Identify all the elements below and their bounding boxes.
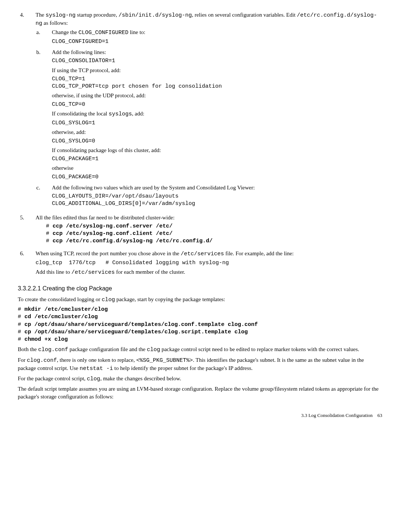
command: ccp /etc/rc.config.d/syslog-ng /etc/rc.c…: [53, 238, 213, 244]
code-inline: CLOG_CONFIGURED: [79, 30, 129, 36]
text: Add the following two values which are u…: [52, 184, 382, 191]
substep-c: c. Add the following two values which ar…: [36, 184, 382, 209]
code-inline: netstat -i: [80, 366, 113, 372]
code-block: CLOG_SYSLOG=1: [52, 119, 382, 127]
code-inline: /sbin/init.d/syslog-ng: [119, 12, 192, 18]
text: for each member of the cluster.: [115, 269, 185, 275]
code-block: CLOG_PACKAGE=0: [52, 174, 382, 181]
command: ccp /etc/syslog-ng.conf.client /etc/: [53, 230, 173, 237]
page-footer: 3.3 Log Consolidation Configuration 63: [18, 412, 382, 419]
step-number: 4.: [18, 11, 36, 211]
step-body: When using TCP, record the port number y…: [36, 250, 382, 277]
substeps: a. Change the CLOG_CONFIGURED line to: C…: [36, 28, 382, 209]
text: If using the TCP protocol, add:: [52, 67, 382, 74]
code-block: CLOG_PACKAGE=1: [52, 155, 382, 163]
text: line to:: [129, 29, 146, 35]
paragraph: For the package control script, clog, ma…: [18, 375, 382, 383]
code-inline: clog: [147, 347, 160, 353]
text: file. For example, add the line:: [224, 250, 294, 256]
text: If consolidating the local: [52, 111, 109, 117]
text: Add this line to: [36, 269, 71, 275]
code-inline: clog.conf: [38, 347, 68, 353]
text: To create the consolidated logging or: [18, 296, 101, 302]
text: Both the: [18, 346, 38, 352]
code-block: CLOG_CONFIGURED=1: [52, 38, 382, 46]
step-6: 6. When using TCP, record the port numbe…: [18, 250, 382, 277]
footer-section: 3.3 Log Consolidation Configuration: [301, 413, 373, 418]
substep-number: c.: [36, 184, 52, 209]
code-block: # mkdir /etc/cmcluster/clog # cd /etc/cm…: [18, 306, 382, 343]
substep-number: a.: [36, 28, 52, 47]
text: , relies on several configuration variab…: [192, 12, 297, 18]
step-4: 4. The syslog-ng startup procedure, /sbi…: [18, 11, 382, 211]
code-inline: clog: [101, 297, 115, 303]
text: , make the changes described below.: [100, 376, 181, 381]
text: For the package control script,: [18, 376, 87, 381]
paragraph: For clog.conf, there is only one token t…: [18, 356, 382, 373]
command: cd /etc/cmcluster/clog: [24, 314, 98, 320]
text: If consolidating the local syslogs, add:: [52, 110, 382, 118]
step-5: 5. All the files edited thus far need to…: [18, 214, 382, 247]
code-block: # ccp /etc/syslog-ng.conf.server /etc/ #…: [46, 223, 382, 245]
step-body: All the files edited thus far need to be…: [36, 214, 382, 247]
text: Add the following lines:: [52, 48, 382, 56]
paragraph: To create the consolidated logging or cl…: [18, 296, 382, 304]
command: ccp /etc/syslog-ng.conf.server /etc/: [53, 223, 173, 229]
text: otherwise, if using the UDP protocol, ad…: [52, 92, 382, 99]
code-inline: syslog-ng: [46, 12, 76, 18]
text: package, start by copying the package te…: [115, 296, 225, 302]
section-heading: 3.3.2.2.1 Creating the clog Package: [18, 284, 382, 293]
step-number: 5.: [18, 214, 36, 247]
text: package configuration file and the: [68, 346, 147, 352]
code-inline: clog.conf: [27, 357, 57, 364]
text: , there is only one token to replace,: [57, 357, 136, 363]
prompt: #: [18, 314, 24, 320]
page-number: 63: [377, 413, 382, 418]
substep-body: Add the following lines: CLOG_CONSOLIDAT…: [52, 48, 382, 182]
paragraph: The default script template assumes you …: [18, 385, 382, 400]
command: cp /opt/dsau/share/serviceguard/template…: [24, 321, 258, 328]
ordered-steps: 4. The syslog-ng startup procedure, /sbi…: [18, 11, 382, 276]
code-block: CLOG_CONSOLIDATOR=1: [52, 57, 382, 65]
substep-a: a. Change the CLOG_CONFIGURED line to: C…: [36, 28, 382, 47]
code-inline: /etc/services: [181, 251, 224, 257]
code-inline: <%SG_PKG_SUBNET%>: [136, 357, 193, 364]
text: Change the: [52, 29, 79, 35]
step-number: 6.: [18, 250, 36, 277]
command: mkdir /etc/cmcluster/clog: [24, 306, 108, 313]
code-block: CLOG_TCP=1 CLOG_TCP_PORT=tcp port chosen…: [52, 75, 382, 91]
text: startup procedure,: [76, 12, 119, 18]
code-inline: clog: [87, 376, 100, 382]
text: The: [36, 12, 46, 18]
code-block: CLOG_SYSLOG=0: [52, 138, 382, 145]
prompt: #: [46, 238, 53, 244]
text: package control script need to be edited…: [160, 346, 359, 352]
prompt: #: [18, 329, 24, 335]
code-block: CLOG_TCP=0: [52, 101, 382, 108]
text: When using TCP, record the port number y…: [36, 250, 181, 256]
text: otherwise: [52, 164, 382, 172]
text: as follows:: [42, 20, 68, 26]
substep-body: Add the following two values which are u…: [52, 184, 382, 209]
prompt: #: [18, 306, 24, 313]
command: cp /opt/dsau/share/serviceguard/template…: [24, 329, 248, 335]
prompt: #: [18, 336, 24, 343]
substep-b: b. Add the following lines: CLOG_CONSOLI…: [36, 48, 382, 182]
text: to help identify the proper subnet for t…: [113, 365, 253, 371]
text: If consolidating package logs of this cl…: [52, 147, 382, 154]
prompt: #: [46, 230, 53, 237]
code-inline: /etc/services: [71, 269, 115, 276]
code-block: clog_tcp 1776/tcp # Consolidated logging…: [36, 259, 382, 267]
text: otherwise, add:: [52, 128, 382, 136]
code-block: CLOG_LAYOUTS_DIR=/var/opt/dsau/layouts C…: [52, 193, 382, 208]
paragraph: Both the clog.conf package configuration…: [18, 346, 382, 354]
substep-body: Change the CLOG_CONFIGURED line to: CLOG…: [52, 28, 382, 47]
prompt: #: [46, 223, 53, 229]
text: , add:: [132, 111, 144, 117]
substep-number: b.: [36, 48, 52, 182]
step-body: The syslog-ng startup procedure, /sbin/i…: [36, 11, 382, 211]
text: All the files edited thus far need to be…: [36, 214, 382, 221]
prompt: #: [18, 321, 24, 328]
text: For: [18, 357, 27, 363]
command: chmod +x clog: [24, 336, 68, 343]
